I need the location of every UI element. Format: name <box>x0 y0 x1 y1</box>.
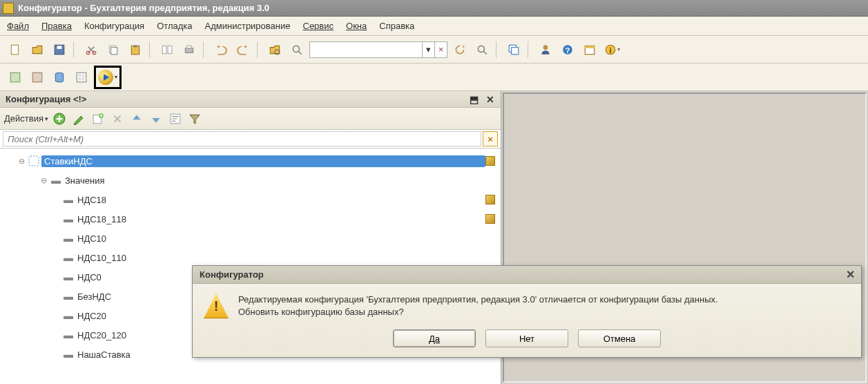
user-icon[interactable] <box>536 40 555 59</box>
sort-icon[interactable] <box>167 111 184 127</box>
tree-root-row[interactable]: ⊖ СтавкиНДС <box>0 151 501 171</box>
svg-rect-6 <box>111 47 117 54</box>
tree-item-label[interactable]: НДС18_118 <box>76 214 485 224</box>
open-file-icon[interactable] <box>28 40 47 59</box>
dash-icon: ▬ <box>61 233 76 244</box>
svg-text:i: i <box>609 46 611 54</box>
tree-item-row[interactable]: ▬ НДС10 <box>0 229 501 248</box>
dash-icon: ▬ <box>61 291 76 302</box>
tree-search-clear-icon[interactable]: × <box>483 131 498 146</box>
tree-values-row[interactable]: ⊖ ▬ Значения <box>0 171 501 190</box>
cut-icon[interactable] <box>81 40 101 59</box>
search-dropdown-icon[interactable]: ▾ <box>422 42 434 57</box>
svg-point-14 <box>293 46 299 52</box>
tree-root-label[interactable]: СтавкиНДС <box>41 155 485 167</box>
tree-item-label[interactable]: НДС18 <box>76 195 485 205</box>
confirm-dialog: Конфигуратор ✕ ! Редактируемая конфигура… <box>192 265 862 358</box>
menu-debug[interactable]: Отладка <box>157 21 192 31</box>
edit-icon[interactable] <box>70 111 87 127</box>
tree-search-input[interactable] <box>3 131 481 146</box>
dialog-close-icon[interactable]: ✕ <box>843 268 857 282</box>
calendar-icon[interactable] <box>580 40 599 59</box>
tb2-icon-2[interactable] <box>28 68 47 87</box>
play-icon <box>98 70 113 85</box>
window-title: Конфигуратор - Бухгалтерия предприятия, … <box>18 3 269 13</box>
warning-icon: ! <box>204 294 229 318</box>
panel-pin-icon[interactable]: ⬒ <box>467 93 480 106</box>
delete-icon[interactable] <box>109 111 126 127</box>
new-file-icon[interactable] <box>6 40 25 59</box>
svg-text:?: ? <box>566 46 570 54</box>
menu-config[interactable]: Конфигурация <box>84 21 144 31</box>
collapse-icon[interactable]: ⊖ <box>39 176 48 185</box>
run-debug-button[interactable]: ▾ <box>94 66 122 89</box>
menu-service[interactable]: Сервис <box>303 21 334 31</box>
toolbar-search[interactable]: ▾ × <box>309 41 447 58</box>
menu-file[interactable]: Файл <box>7 21 29 31</box>
grid-icon[interactable] <box>72 68 91 87</box>
dash-icon: ▬ <box>61 271 76 282</box>
secondary-toolbar: ▾ <box>0 64 868 91</box>
help-icon[interactable]: ? <box>558 40 577 59</box>
undo-icon[interactable] <box>211 40 231 59</box>
save-icon[interactable] <box>50 40 69 59</box>
dash-icon: ▬ <box>48 175 64 186</box>
menu-edit[interactable]: Правка <box>41 21 72 31</box>
panel-title: Конфигурация <!> <box>6 94 86 104</box>
zoom-icon[interactable] <box>287 40 307 59</box>
tree-item-row[interactable]: ▬ НДС10_110 <box>0 248 501 267</box>
svg-rect-10 <box>168 46 172 53</box>
svg-rect-33 <box>29 156 39 166</box>
filter-icon[interactable] <box>186 111 203 127</box>
panel-header: Конфигурация <!> ⬒ ✕ <box>0 91 501 108</box>
svg-rect-0 <box>11 45 18 55</box>
paste-icon[interactable] <box>126 40 145 59</box>
actions-menu[interactable]: Действия ▾ <box>4 113 48 124</box>
database-icon[interactable] <box>50 68 69 87</box>
copy-icon[interactable] <box>104 40 123 59</box>
dialog-yes-button[interactable]: Да <box>393 329 476 347</box>
svg-rect-17 <box>512 47 519 54</box>
tree-item-row[interactable]: ▬ НДС18 <box>0 190 501 209</box>
svg-rect-26 <box>32 73 42 82</box>
svg-rect-9 <box>162 46 166 53</box>
info-icon[interactable]: i▾ <box>602 40 621 59</box>
svg-rect-2 <box>57 46 62 49</box>
tree-item-label[interactable]: НДС10 <box>76 233 495 244</box>
dialog-title-text: Конфигуратор <box>200 269 264 280</box>
dialog-cancel-button[interactable]: Отмена <box>578 329 661 347</box>
move-down-icon[interactable] <box>148 111 164 127</box>
svg-rect-8 <box>134 45 137 47</box>
svg-point-15 <box>478 46 484 52</box>
search-clear-icon[interactable]: × <box>434 42 447 57</box>
redo-icon[interactable] <box>233 40 253 59</box>
menu-help[interactable]: Справка <box>379 21 414 31</box>
print-icon[interactable] <box>180 40 199 59</box>
cube-icon <box>485 214 495 224</box>
cube-icon <box>485 195 495 204</box>
dialog-no-button[interactable]: Нет <box>485 329 568 347</box>
enum-icon <box>26 155 41 166</box>
menu-windows[interactable]: Окна <box>346 21 367 31</box>
refresh-icon[interactable] <box>450 40 470 59</box>
find-icon[interactable] <box>265 40 284 59</box>
svg-rect-22 <box>585 46 595 48</box>
tb2-icon-1[interactable] <box>6 68 25 87</box>
svg-point-18 <box>543 45 548 50</box>
tree-values-label[interactable]: Значения <box>64 175 495 186</box>
panel-close-icon[interactable]: ✕ <box>484 93 496 106</box>
collapse-icon[interactable]: ⊖ <box>17 157 26 166</box>
windows-icon[interactable] <box>504 40 523 59</box>
tree-item-label[interactable]: НДС10_110 <box>76 253 495 263</box>
move-up-icon[interactable] <box>128 111 145 127</box>
compare-icon[interactable] <box>157 40 177 59</box>
menu-admin[interactable]: Администрирование <box>205 21 291 31</box>
new-config-icon[interactable] <box>90 111 106 127</box>
add-icon[interactable] <box>51 111 68 127</box>
zoom2-icon[interactable] <box>472 40 492 59</box>
title-bar: Конфигуратор - Бухгалтерия предприятия, … <box>0 0 868 17</box>
panel-actions-bar: Действия ▾ <box>0 108 501 130</box>
tree-item-row[interactable]: ▬ НДС18_118 <box>0 209 501 229</box>
main-toolbar: ▾ × ? i▾ <box>0 36 868 64</box>
svg-rect-12 <box>187 46 192 48</box>
